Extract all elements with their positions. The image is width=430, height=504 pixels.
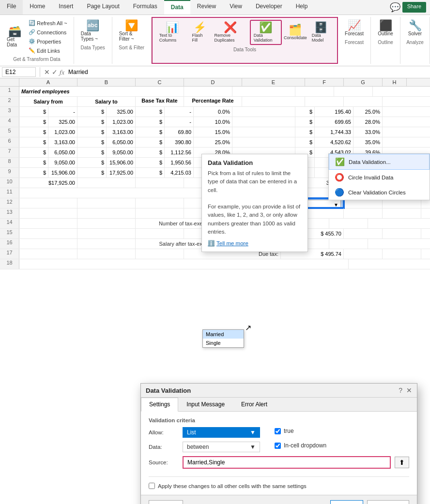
cell-a6[interactable]: $ <box>19 137 48 147</box>
cell-b16[interactable] <box>77 239 136 249</box>
data-model-button[interactable]: 🗄️ Data Model <box>309 21 333 44</box>
cell-c7[interactable]: $ <box>136 148 165 157</box>
cell-g17[interactable] <box>383 249 421 259</box>
tab-help[interactable]: Help <box>289 0 315 15</box>
col-header-e[interactable]: E <box>242 78 305 86</box>
cell-b7b[interactable]: 9,050.00 <box>107 148 136 157</box>
cell-f15[interactable] <box>344 229 383 238</box>
cell-h6[interactable]: 35.0% <box>353 137 383 147</box>
cell-g5[interactable]: 1,744.33 <box>315 127 353 137</box>
in-cell-dropdown-checkbox[interactable] <box>275 443 281 449</box>
tab-formulas[interactable]: Formulas <box>126 0 164 15</box>
insert-function-icon[interactable]: 𝑓𝑥 <box>60 68 64 76</box>
dialog-help-icon[interactable]: ? <box>399 386 402 394</box>
cell-a2[interactable]: Salary from <box>19 97 77 106</box>
cell-c2[interactable]: Base Tax Rate <box>136 97 184 106</box>
cell-e3[interactable] <box>232 107 295 117</box>
cell-b12[interactable] <box>77 198 136 208</box>
tab-home[interactable]: Home <box>23 0 52 15</box>
context-menu-item-clear-circles[interactable]: 🔵 Clear Validation Circles <box>329 185 430 200</box>
cell-c12[interactable] <box>136 198 184 208</box>
dialog-close-icon[interactable]: ✕ <box>406 386 412 394</box>
tab-insert[interactable]: Insert <box>52 0 80 15</box>
clear-all-button[interactable]: Clear All <box>149 500 183 504</box>
cell-a6b[interactable]: 3,163.00 <box>48 137 77 147</box>
cell-c10[interactable] <box>136 178 184 188</box>
confirm-formula-icon[interactable]: ✓ <box>52 68 58 76</box>
edit-links-button[interactable]: ✏️ Edit Links <box>26 46 70 55</box>
cell-b6b[interactable]: 6,050.00 <box>107 137 136 147</box>
cell-e5[interactable] <box>232 127 295 137</box>
cell-a17[interactable] <box>19 249 77 259</box>
comments-icon[interactable]: 💬 <box>390 2 400 13</box>
cell-h3[interactable]: 25.0% <box>353 107 383 117</box>
dropdown-option-married[interactable]: Married <box>203 330 244 339</box>
cell-g4[interactable]: 699.65 <box>315 117 353 127</box>
cell-a7b[interactable]: 6,050.00 <box>48 148 77 157</box>
remove-duplicates-button[interactable]: ❌ Remove Duplicates <box>212 21 249 44</box>
col-header-d[interactable]: D <box>184 78 242 86</box>
cell-b5b[interactable]: 3,163.00 <box>107 127 136 137</box>
cell-b6[interactable]: $ <box>77 137 107 147</box>
cell-a5b[interactable]: 1,023.00 <box>48 127 77 137</box>
outline-button[interactable]: ⬛ Outline <box>375 19 396 38</box>
cell-d2[interactable]: Percentage Rate <box>184 97 242 106</box>
cell-b3b[interactable]: 325.00 <box>107 107 136 117</box>
cell-c8b[interactable]: 1,950.56 <box>165 158 194 167</box>
cell-a14[interactable] <box>19 219 77 228</box>
dropdown-option-single[interactable]: Single <box>203 339 244 347</box>
cell-d6[interactable]: 25.0% <box>194 137 232 147</box>
text-to-columns-button[interactable]: 📊 Text to Columns <box>156 21 188 44</box>
context-menu-item-data-validation[interactable]: ✅ Data Validation... <box>329 154 430 170</box>
source-input[interactable] <box>183 456 391 469</box>
cell-b14[interactable] <box>77 219 136 228</box>
cell-g2[interactable] <box>344 97 383 106</box>
cell-b3[interactable]: $ <box>77 107 107 117</box>
forecast-button[interactable]: 📈 Forecast <box>342 19 367 38</box>
cell-a9[interactable]: $ <box>19 168 48 178</box>
cell-f4[interactable]: $ <box>295 117 315 127</box>
cell-a15[interactable] <box>19 229 77 238</box>
allow-select[interactable]: List ▼ <box>183 427 260 438</box>
cell-e6[interactable] <box>232 137 295 147</box>
cell-c9b[interactable]: 4,215.03 <box>165 168 194 178</box>
cell-f5[interactable]: $ <box>295 127 315 137</box>
cell-e1[interactable] <box>184 87 232 96</box>
cell-b4b[interactable]: 1,023.00 <box>107 117 136 127</box>
cell-a18[interactable] <box>19 259 349 269</box>
cell-g1[interactable] <box>295 87 334 96</box>
cell-a5[interactable]: $ <box>19 127 48 137</box>
cell-e4[interactable] <box>232 117 295 127</box>
tab-review[interactable]: Review <box>190 0 223 15</box>
cell-b13[interactable] <box>77 208 136 218</box>
cell-h4[interactable]: 28.0% <box>353 117 383 127</box>
cell-a10[interactable]: $17,925.00 <box>19 178 77 188</box>
tell-me-more-link[interactable]: ℹ️ Tell me more <box>208 240 302 247</box>
cell-d5[interactable]: 15.0% <box>194 127 232 137</box>
flash-fill-button[interactable]: ⚡ Flash Fill <box>189 21 211 44</box>
cell-b4[interactable]: $ <box>77 117 107 127</box>
cell-b8b[interactable]: 15,906.00 <box>107 158 136 167</box>
cell-d3[interactable]: 0.0% <box>194 107 232 117</box>
tab-page-layout[interactable]: Page Layout <box>80 0 126 15</box>
cell-f17[interactable] <box>344 249 383 259</box>
col-header-c[interactable]: C <box>136 78 184 86</box>
cell-c13[interactable] <box>136 208 184 218</box>
cell-c15[interactable] <box>136 229 184 238</box>
properties-button[interactable]: ⚙️ Properties <box>26 37 70 45</box>
source-select-button[interactable]: ⬆ <box>395 457 409 468</box>
cell-c5b[interactable]: 69.80 <box>165 127 194 137</box>
cell-a13[interactable] <box>19 208 77 218</box>
data-validation-button[interactable]: ✅ Data Validation <box>250 20 282 45</box>
col-header-f[interactable]: F <box>305 78 344 86</box>
cell-b9[interactable]: $ <box>77 168 107 178</box>
cell-a8b[interactable]: 9,050.00 <box>48 158 77 167</box>
cell-c6[interactable]: $ <box>136 137 165 147</box>
cell-c3b[interactable]: - <box>165 107 194 117</box>
cell-e2[interactable] <box>242 97 305 106</box>
cell-c7b[interactable]: 1,112.56 <box>165 148 194 157</box>
cell-a3b[interactable]: - <box>48 107 77 117</box>
data-types-button[interactable]: 🔤 Data Types ~ <box>78 19 108 43</box>
cell-g16[interactable] <box>329 239 368 249</box>
cell-c3[interactable]: $ <box>136 107 165 117</box>
